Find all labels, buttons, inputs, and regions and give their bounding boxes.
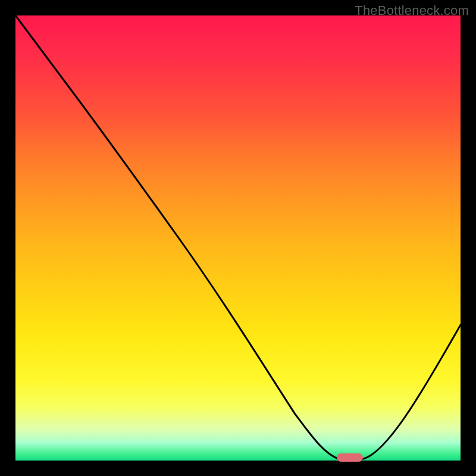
watermark-text: TheBottleneck.com: [355, 3, 469, 18]
bottleneck-curve: [15, 15, 461, 459]
curve-layer: [15, 15, 461, 461]
plot-area: [15, 15, 461, 461]
chart-frame: TheBottleneck.com: [0, 0, 476, 476]
optimal-marker: [337, 453, 363, 462]
